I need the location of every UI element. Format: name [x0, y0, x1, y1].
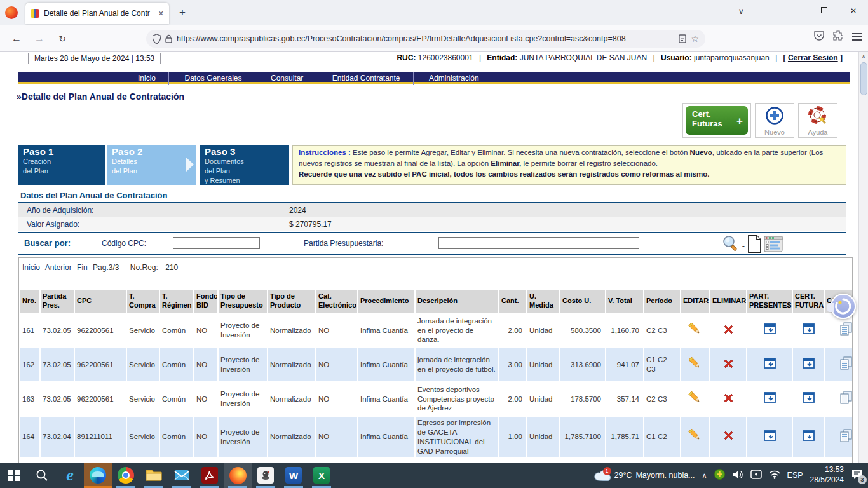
word-icon[interactable]: W [280, 463, 308, 488]
reload-button[interactable]: ↻ [53, 30, 71, 47]
consolidar-icon[interactable] [839, 428, 853, 446]
page-scrollbar[interactable]: ∧ [858, 52, 868, 463]
tab-close-icon[interactable]: ✕ [158, 10, 164, 18]
list-view-icon[interactable] [764, 236, 783, 255]
volume-icon[interactable] [732, 470, 743, 482]
antivirus-icon[interactable] [714, 469, 725, 482]
tab-list-chevron-icon[interactable]: ∨ [738, 6, 744, 16]
window-minimize-button[interactable]: — [780, 0, 810, 22]
part-presentes-icon[interactable] [763, 323, 776, 338]
document-icon[interactable] [747, 235, 762, 255]
paso-2-tab-active[interactable]: Paso 2 Detalles del Plan [107, 145, 196, 185]
search-magnifier-icon[interactable] [721, 234, 740, 256]
new-plus-icon [764, 105, 785, 126]
consolidar-icon[interactable] [839, 356, 853, 374]
table-row: 16273.02.05962200561ServicioComúnNOProye… [20, 348, 853, 381]
chrome-icon[interactable] [112, 463, 140, 488]
extensions-puzzle-icon[interactable] [833, 30, 843, 43]
cell-tipo_presupuesto: Proyecto de Inversión [219, 383, 267, 416]
excel-icon[interactable]: X [308, 463, 336, 488]
delete-icon[interactable] [722, 358, 735, 372]
cell-descripcion: Egresos por impresión de GACETA INSTITUC… [416, 417, 498, 458]
url-bar[interactable]: https://www.compraspublicas.gob.ec/Proce… [146, 30, 705, 48]
cell-cat_electronico: NO [316, 314, 357, 347]
wifi-icon[interactable] [769, 470, 780, 481]
language-indicator[interactable]: ESP [787, 471, 803, 480]
cert-futura-icon[interactable] [802, 391, 815, 407]
forward-button[interactable]: → [31, 30, 48, 47]
logout-link[interactable]: [ Cerrar Sesión ] [783, 53, 843, 62]
ayuda-button[interactable]: Ayuda [798, 103, 837, 138]
notification-center-icon[interactable]: 3 [851, 469, 863, 482]
start-button[interactable] [0, 463, 28, 488]
internet-explorer-icon[interactable]: e [56, 463, 84, 488]
partida-label: Partida Presupuestaria: [304, 239, 383, 248]
noreg-value: 210 [165, 263, 178, 272]
edge-icon[interactable] [84, 463, 112, 488]
system-tray: 1 29°C Mayorm. nubla... ∧ ESP 13:53 28/5… [594, 463, 868, 488]
weather-widget[interactable]: 1 29°C Mayorm. nubla... [594, 470, 695, 481]
column-header: Tipo de Producto [268, 290, 315, 313]
meet-now-icon[interactable] [750, 470, 762, 481]
menu-item-entidad-contratante[interactable]: Entidad Contratante [320, 72, 414, 85]
bookmark-star-icon[interactable]: ☆ [691, 34, 699, 44]
pocket-icon[interactable] [814, 31, 824, 43]
clock[interactable]: 13:53 28/5/2024 [810, 465, 844, 485]
window-maximize-button[interactable] [810, 0, 839, 22]
edit-icon[interactable] [688, 357, 702, 373]
scrollbar-thumb[interactable] [860, 62, 867, 95]
reader-view-icon[interactable] [679, 34, 686, 43]
table-header-row: Nro.Partida Pres.CPCT. CompraT. RégimenF… [20, 290, 853, 313]
delete-icon[interactable] [722, 392, 735, 407]
part-presentes-icon[interactable] [763, 391, 776, 407]
partida-input[interactable] [438, 237, 639, 249]
cert-futuras-button[interactable]: Cert. Futuras + [686, 106, 748, 135]
pagination-inicio-link[interactable]: Inicio [22, 263, 40, 272]
cpc-input[interactable] [173, 237, 260, 249]
cell-periodo: C2 C3 [644, 383, 680, 416]
browser-tab[interactable]: Detalle del Plan Anual de Contr ✕ [25, 3, 169, 24]
lock-icon[interactable] [165, 34, 172, 43]
paso-3-tab[interactable]: Paso 3 Documentos del Plan y Resumen [200, 145, 289, 185]
pagination-fin-link[interactable]: Fin [77, 263, 88, 272]
menu-item-inicio[interactable]: Inicio [125, 72, 169, 85]
cert-futura-icon[interactable] [802, 323, 815, 338]
scroll-up-arrow[interactable]: ∧ [859, 52, 868, 61]
back-button[interactable]: ← [8, 30, 25, 47]
column-header: Nro. [20, 290, 39, 313]
table-row: 16173.02.05962200561ServicioComúnNOProye… [20, 314, 853, 347]
edit-icon[interactable] [688, 429, 702, 445]
taskbar-search-button[interactable] [28, 463, 56, 488]
file-explorer-icon[interactable] [140, 463, 168, 488]
edit-icon[interactable] [688, 323, 702, 339]
cert-futura-icon[interactable] [802, 357, 815, 372]
window-close-button[interactable]: ✕ [839, 0, 868, 22]
java-app-icon[interactable] [252, 463, 280, 488]
menu-item-administracion[interactable]: Administración [416, 72, 492, 85]
part-presentes-icon[interactable] [763, 430, 776, 445]
firefox-logo-icon[interactable] [5, 6, 18, 19]
tray-expand-chevron-icon[interactable]: ∧ [702, 471, 707, 480]
cell-procedimiento: Infima Cuantía [358, 383, 414, 416]
nuevo-button[interactable]: Nuevo [755, 103, 794, 138]
firefox-icon[interactable] [224, 463, 252, 488]
menu-item-datos-generales[interactable]: Datos Generales [172, 72, 255, 85]
pagination-anterior-link[interactable]: Anterior [45, 263, 72, 272]
browser-tab-bar: Detalle del Plan Anual de Contr ✕ + ∨ — … [0, 0, 868, 25]
paso-1-tab[interactable]: Paso 1 Creación del Plan [18, 145, 105, 185]
consolidar-icon[interactable] [839, 322, 853, 339]
delete-icon[interactable] [722, 430, 735, 444]
acrobat-icon[interactable] [196, 463, 224, 488]
weather-alert-badge: 1 [603, 467, 611, 475]
delete-icon[interactable] [722, 323, 735, 338]
edit-icon[interactable] [688, 391, 702, 407]
accessibility-widget-button[interactable] [831, 294, 856, 319]
part-presentes-icon[interactable] [763, 357, 776, 372]
new-tab-button[interactable]: + [179, 6, 186, 19]
shield-icon[interactable] [153, 34, 161, 44]
menu-item-consultar[interactable]: Consultar [258, 72, 316, 85]
menu-hamburger-icon[interactable] [852, 33, 862, 34]
mail-icon[interactable] [168, 463, 196, 488]
cert-futura-icon[interactable] [802, 430, 815, 445]
consolidar-icon[interactable] [839, 390, 853, 408]
